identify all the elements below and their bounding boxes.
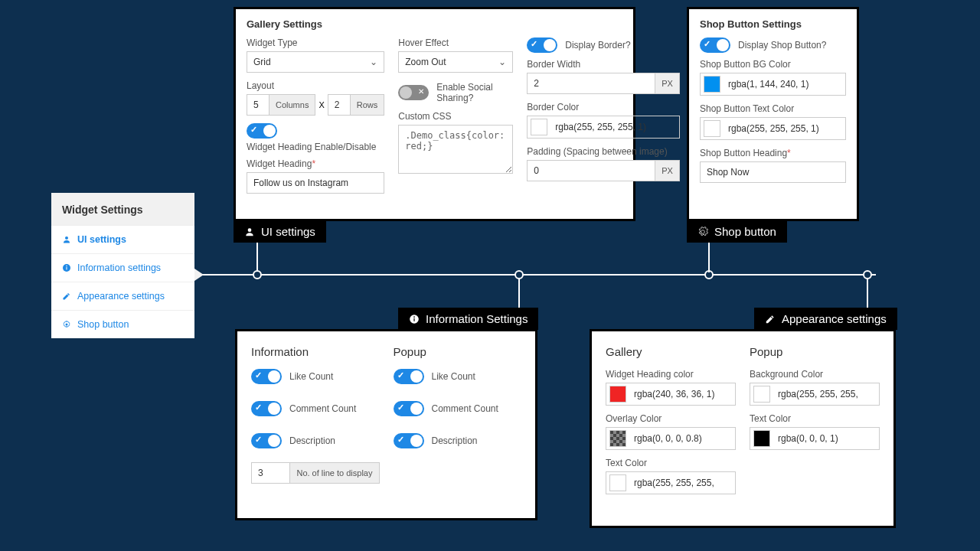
shop-button-panel: Shop Button Settings Display Shop Button… — [687, 7, 859, 221]
sidebar-item-appearance-settings[interactable]: Appearance settings — [51, 282, 194, 310]
popup-comment-label: Comment Count — [432, 403, 498, 414]
heading-color-label: Widget Heading color — [606, 369, 736, 380]
svg-point-3 — [66, 266, 67, 267]
shop-button-tag: Shop button — [687, 220, 787, 243]
gallery-section-title: Gallery — [606, 345, 736, 358]
sidebar-item-shop-button[interactable]: Shop button — [51, 310, 194, 338]
chevron-down-icon: ⌄ — [498, 57, 506, 67]
shop-bg-label: Shop Button BG Color — [700, 59, 846, 70]
heading-color-input[interactable]: rgba(240, 36, 36, 1) — [606, 383, 736, 406]
popup-like-label: Like Count — [432, 371, 475, 382]
tag-label: Shop button — [714, 225, 776, 238]
custom-css-label: Custom CSS — [398, 111, 513, 122]
hover-effect-value: Zoom Out — [405, 57, 446, 67]
info-desc-toggle[interactable] — [251, 433, 282, 448]
sidebar-item-label: UI settings — [77, 234, 126, 245]
info-icon — [409, 314, 420, 324]
info-comment-label: Comment Count — [289, 403, 356, 414]
shop-bg-value: rgba(1, 144, 240, 1) — [724, 79, 813, 90]
social-sharing-label: Enable Social Sharing? — [436, 82, 513, 103]
heading-color-value: rgba(240, 36, 36, 1) — [629, 389, 719, 399]
layout-input-group: Columns X Rows — [247, 94, 384, 116]
widget-heading-toggle[interactable] — [247, 123, 277, 139]
popup-comment-toggle[interactable] — [394, 401, 424, 416]
rows-addon: Rows — [351, 94, 385, 116]
connector-vline — [256, 241, 258, 272]
color-swatch — [753, 430, 770, 447]
info-icon — [62, 263, 71, 272]
px-addon: PX — [655, 73, 680, 94]
border-color-input[interactable]: rgba(255, 255, 255, 1) — [527, 116, 680, 139]
sidebar-item-information-settings[interactable]: Information settings — [51, 253, 194, 282]
tag-label: Information Settings — [426, 312, 528, 325]
color-swatch — [609, 430, 626, 447]
columns-input[interactable] — [247, 94, 270, 116]
popup-bg-input[interactable]: rgba(255, 255, 255, — [750, 383, 880, 406]
svg-point-5 — [248, 228, 252, 232]
tag-label: Appearance settings — [782, 312, 887, 325]
popup-bg-label: Background Color — [750, 369, 880, 380]
display-border-label: Display Border? — [565, 40, 630, 51]
sidebar-item-ui-settings[interactable]: UI settings — [51, 225, 194, 253]
popup-like-toggle[interactable] — [394, 369, 424, 384]
widget-heading-label: Widget Heading* — [247, 158, 384, 169]
info-comment-toggle[interactable] — [251, 401, 282, 416]
connector-vline — [518, 278, 520, 308]
connector-vline — [867, 278, 868, 308]
shop-text-value: rgba(255, 255, 255, 1) — [724, 123, 824, 134]
popup-text-color-label: Text Color — [750, 413, 880, 424]
sidebar-title: Widget Settings — [51, 193, 194, 225]
shop-bg-input[interactable]: rgba(1, 144, 240, 1) — [700, 73, 846, 96]
information-settings-tag: Information Settings — [398, 308, 538, 330]
info-like-toggle[interactable] — [251, 369, 282, 384]
overlay-color-label: Overlay Color — [606, 413, 736, 424]
color-swatch — [531, 119, 547, 135]
info-desc-label: Description — [289, 435, 335, 446]
padding-label: Padding (Spacing between image) — [527, 146, 680, 157]
appearance-settings-tag: Appearance settings — [754, 308, 897, 330]
appearance-settings-panel: Gallery Widget Heading color rgba(240, 3… — [590, 329, 896, 528]
widget-type-select[interactable]: Grid ⌄ — [247, 51, 384, 73]
shop-text-input[interactable]: rgba(255, 255, 255, 1) — [700, 117, 846, 140]
shop-heading-input[interactable] — [700, 161, 846, 183]
popup-desc-label: Description — [432, 435, 478, 446]
rows-input[interactable] — [328, 94, 351, 116]
gear-icon — [62, 320, 71, 329]
display-shop-label: Display Shop Button? — [738, 40, 826, 51]
overlay-color-input[interactable]: rgba(0, 0, 0, 0.8) — [606, 427, 736, 450]
gallery-settings-panel: Gallery Settings Widget Type Grid ⌄ Layo… — [234, 7, 635, 221]
social-sharing-toggle[interactable] — [398, 85, 429, 100]
display-border-toggle[interactable] — [527, 37, 557, 53]
display-shop-toggle[interactable] — [700, 37, 730, 53]
sidebar-item-label: Appearance settings — [77, 291, 165, 302]
border-width-label: Border Width — [527, 59, 680, 70]
svg-point-0 — [65, 236, 68, 240]
tag-label: UI settings — [261, 225, 315, 238]
hover-effect-select[interactable]: Zoom Out ⌄ — [398, 51, 513, 73]
popup-text-color-value: rgba(0, 0, 0, 1) — [773, 433, 843, 444]
shop-text-label: Shop Button Text Color — [700, 103, 846, 114]
gallery-text-color-value: rgba(255, 255, 255, — [629, 478, 719, 488]
svg-rect-2 — [67, 267, 67, 270]
info-like-label: Like Count — [289, 371, 333, 382]
sidebar-item-label: Information settings — [77, 262, 161, 273]
pencil-icon — [765, 314, 776, 324]
overlay-color-value: rgba(0, 0, 0, 0.8) — [629, 433, 707, 444]
hover-effect-label: Hover Effect — [398, 37, 513, 48]
gallery-text-color-input[interactable]: rgba(255, 255, 255, — [606, 471, 736, 494]
panel-title: Gallery Settings — [247, 18, 622, 30]
color-swatch — [609, 386, 626, 403]
padding-input[interactable] — [527, 160, 655, 181]
popup-text-color-input[interactable]: rgba(0, 0, 0, 1) — [750, 427, 880, 450]
user-icon — [62, 235, 71, 244]
border-width-input[interactable] — [527, 73, 655, 94]
svg-point-8 — [413, 316, 415, 318]
widget-heading-input[interactable] — [247, 172, 384, 194]
popup-desc-toggle[interactable] — [394, 433, 424, 448]
information-section-title: Information — [251, 345, 380, 358]
lines-input[interactable] — [251, 462, 290, 484]
custom-css-textarea[interactable] — [398, 125, 513, 174]
popup-section-title: Popup — [394, 345, 522, 358]
shop-heading-label: Shop Button Heading* — [700, 148, 846, 158]
svg-point-4 — [66, 324, 68, 326]
